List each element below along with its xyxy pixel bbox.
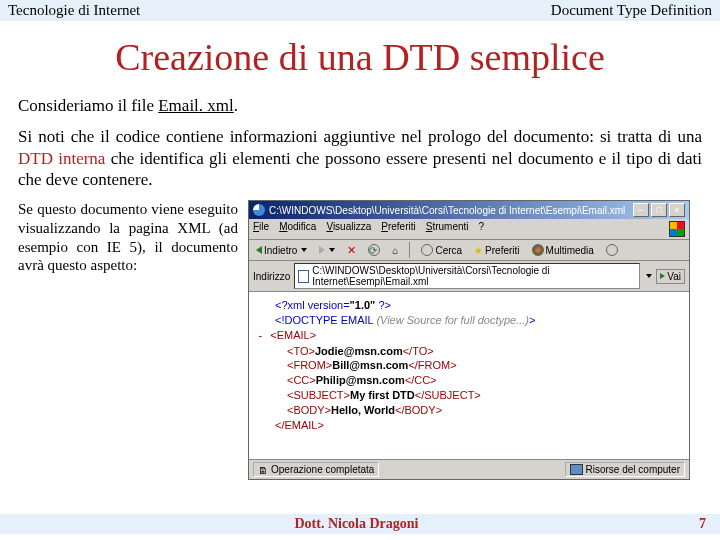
search-label: Cerca [435, 245, 462, 256]
maximize-button[interactable]: □ [651, 203, 667, 217]
email-xml-link[interactable]: Email. xml [158, 96, 234, 115]
intro-paragraph: Consideriamo il file Email. xml. [0, 95, 720, 116]
browser-titlebar: C:\WINDOWS\Desktop\Università\Corsi\Tecn… [249, 201, 689, 219]
to-value: Jodie@msn.com [315, 345, 403, 357]
menu-help[interactable]: ? [479, 221, 485, 237]
from-close: </FROM> [408, 359, 456, 371]
email-open-tag: <EMAIL> [270, 329, 316, 341]
search-icon [421, 244, 433, 256]
subject-value: My first DTD [350, 389, 415, 401]
close-button[interactable]: × [669, 203, 685, 217]
subject-close: </SUBJECT> [415, 389, 481, 401]
cc-value: Philip@msn.com [316, 374, 405, 386]
history-icon [606, 244, 618, 256]
dropdown-icon [301, 248, 307, 252]
author-name: Dott. Nicola Dragoni [294, 516, 418, 532]
go-arrow-icon [660, 273, 665, 279]
refresh-icon: ⟳ [368, 244, 380, 256]
header-right: Document Type Definition [551, 2, 712, 19]
arrow-left-icon [256, 246, 262, 254]
menu-file[interactable]: File [253, 221, 269, 237]
to-close: </TO> [403, 345, 434, 357]
refresh-button[interactable]: ⟳ [365, 243, 383, 257]
menu-view[interactable]: Visualizza [326, 221, 371, 237]
xml-ver: "1.0" [350, 299, 376, 311]
status-done-text: Operazione completata [271, 464, 374, 475]
dropdown-icon [329, 248, 335, 252]
body-close: </BODY> [395, 404, 442, 416]
address-label: Indirizzo [253, 271, 290, 282]
statusbar: 🗎Operazione completata Risorse del compu… [249, 459, 689, 479]
xml-decl: <?xml version= [275, 299, 350, 311]
history-button[interactable] [603, 243, 621, 257]
doctype: <!DOCTYPE EMAIL [275, 314, 376, 326]
stop-icon: ✕ [347, 244, 356, 257]
from-open: <FROM> [287, 359, 332, 371]
ie-icon [253, 204, 265, 216]
email-close-tag: </EMAIL> [275, 419, 324, 431]
slide-header: Tecnologie di Internet Document Type Def… [0, 0, 720, 21]
subject-open: <SUBJECT> [287, 389, 350, 401]
collapse-toggle[interactable]: - [257, 329, 270, 342]
slide-footer: Dott. Nicola Dragoni 7 [0, 514, 720, 534]
dtd-interna-text: DTD interna [18, 149, 105, 168]
favorites-label: Preferiti [485, 245, 519, 256]
address-bar: Indirizzo C:\WINDOWS\Desktop\Università\… [249, 261, 689, 292]
computer-icon [570, 464, 583, 475]
xml-decl-end: ?> [375, 299, 391, 311]
intro-period: . [234, 96, 238, 115]
back-label: Indietro [264, 245, 297, 256]
minimize-button[interactable]: – [633, 203, 649, 217]
doctype-note: (View Source for full doctype...) [376, 314, 529, 326]
star-icon: ★ [474, 245, 483, 256]
home-icon: ⌂ [392, 245, 398, 256]
status-done: 🗎Operazione completata [253, 462, 379, 477]
to-open: <TO> [287, 345, 315, 357]
status-zone-text: Risorse del computer [586, 464, 680, 475]
description-paragraph: Si noti che il codice contiene informazi… [0, 126, 720, 190]
menu-tools[interactable]: Strumenti [426, 221, 469, 237]
address-value: C:\WINDOWS\Desktop\Università\Corsi\Tecn… [312, 265, 636, 287]
cc-open: <CC> [287, 374, 316, 386]
done-icon: 🗎 [258, 465, 268, 475]
file-icon [298, 270, 309, 283]
stop-button[interactable]: ✕ [344, 243, 359, 258]
menu-favorites[interactable]: Preferiti [381, 221, 415, 237]
doctype-end: > [529, 314, 535, 326]
from-value: Bill@msn.com [332, 359, 408, 371]
window-title: C:\WINDOWS\Desktop\Università\Corsi\Tecn… [269, 205, 625, 216]
arrow-right-icon [319, 246, 325, 254]
home-button[interactable]: ⌂ [389, 244, 401, 257]
header-left: Tecnologie di Internet [8, 2, 140, 19]
toolbar: Indietro ✕ ⟳ ⌂ Cerca ★Preferiti Multimed… [249, 240, 689, 261]
go-button[interactable]: Vai [656, 269, 685, 284]
favorites-button[interactable]: ★Preferiti [471, 244, 522, 257]
intro-text: Consideriamo il file [18, 96, 158, 115]
page-number: 7 [699, 516, 706, 532]
forward-button[interactable] [316, 245, 338, 255]
back-button[interactable]: Indietro [253, 244, 310, 257]
menu-edit[interactable]: Modifica [279, 221, 316, 237]
media-label: Multimedia [546, 245, 594, 256]
left-column-text: Se questo documento viene eseguito visua… [18, 200, 238, 480]
media-button[interactable]: Multimedia [529, 243, 597, 257]
status-zone: Risorse del computer [565, 462, 685, 477]
media-icon [532, 244, 544, 256]
para2-b: che identifica gli elementi che possono … [18, 149, 702, 189]
slide-title: Creazione di una DTD semplice [0, 35, 720, 79]
body-value: Hello, World [331, 404, 395, 416]
search-button[interactable]: Cerca [418, 243, 465, 257]
para2-a: Si noti che il codice contiene informazi… [18, 127, 702, 146]
browser-window: C:\WINDOWS\Desktop\Università\Corsi\Tecn… [248, 200, 690, 480]
separator [409, 242, 410, 258]
address-input[interactable]: C:\WINDOWS\Desktop\Università\Corsi\Tecn… [294, 263, 640, 289]
cc-close: </CC> [405, 374, 437, 386]
address-dropdown-icon[interactable] [646, 274, 652, 278]
windows-logo-icon [669, 221, 685, 237]
body-open: <BODY> [287, 404, 331, 416]
menubar: File Modifica Visualizza Preferiti Strum… [249, 219, 689, 240]
go-label: Vai [667, 271, 681, 282]
browser-content: <?xml version="1.0" ?> <!DOCTYPE EMAIL (… [249, 292, 689, 459]
